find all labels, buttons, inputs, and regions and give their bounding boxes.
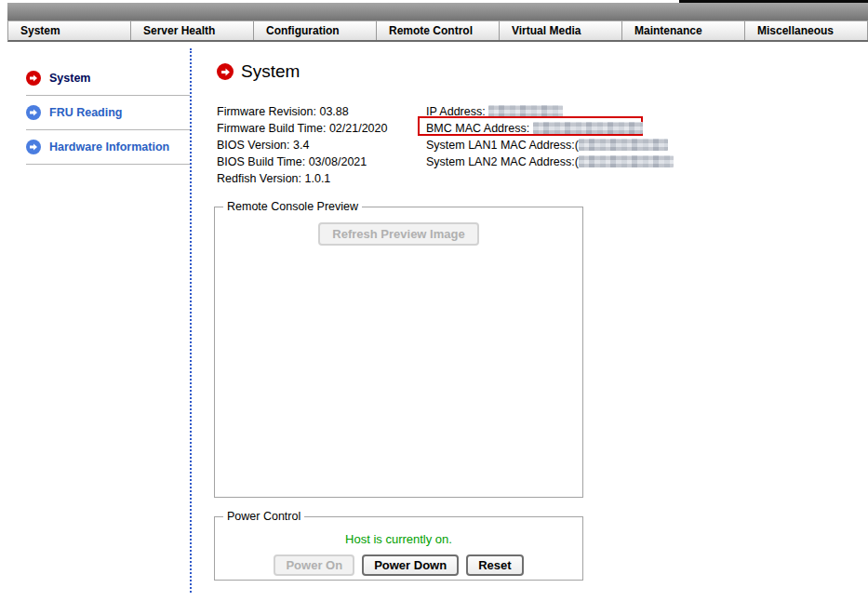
tab-configuration[interactable]: Configuration bbox=[254, 21, 377, 40]
arrow-right-circle-icon bbox=[26, 71, 41, 86]
redacted-ip-address-value bbox=[488, 105, 563, 117]
page-title-text: System bbox=[241, 61, 300, 82]
sidebar-item-label: Hardware Information bbox=[49, 140, 169, 154]
page-title: System bbox=[217, 61, 586, 82]
power-down-button[interactable]: Power Down bbox=[362, 554, 459, 576]
header-gradient-bar bbox=[7, 3, 868, 20]
tab-miscellaneous[interactable]: Miscellaneous bbox=[745, 21, 868, 40]
power-control-panel: Power Control Host is currently on. Powe… bbox=[214, 510, 583, 581]
arrow-right-circle-icon bbox=[217, 63, 234, 80]
tab-system[interactable]: System bbox=[8, 21, 131, 40]
ip-address-row: IP Address: bbox=[426, 103, 674, 120]
system-info: Firmware Revision: 03.88 Firmware Build … bbox=[217, 103, 586, 187]
sidebar-item-label: FRU Reading bbox=[49, 106, 122, 119]
remote-console-preview-legend: Remote Console Preview bbox=[223, 200, 362, 213]
bios-build-time-row: BIOS Build Time: 03/08/2021 bbox=[217, 154, 426, 170]
sidebar-item-hardware-information[interactable]: Hardware Information bbox=[26, 130, 190, 165]
arrow-right-circle-icon bbox=[26, 140, 41, 154]
tab-remote-control[interactable]: Remote Control bbox=[377, 21, 500, 40]
bios-version-row: BIOS Version: 3.4 bbox=[217, 137, 426, 154]
firmware-revision-row: Firmware Revision: 03.88 bbox=[217, 103, 426, 120]
system-info-right-column: IP Address: BMC MAC Address: System LAN1… bbox=[426, 103, 674, 187]
power-on-button: Power On bbox=[274, 554, 354, 576]
redacted-lan2-mac-value bbox=[579, 155, 674, 167]
sidebar: System FRU Reading Hardware Information bbox=[26, 61, 190, 165]
sidebar-content-divider bbox=[190, 48, 192, 593]
main-content: System Firmware Revision: 03.88 Firmware… bbox=[214, 61, 586, 581]
host-power-status-text: Host is currently on. bbox=[215, 532, 582, 546]
bmc-mac-address-row: BMC MAC Address: bbox=[426, 120, 674, 137]
sidebar-item-system[interactable]: System bbox=[26, 61, 190, 96]
tab-virtual-media[interactable]: Virtual Media bbox=[500, 21, 622, 40]
power-buttons-row: Power On Power Down Reset bbox=[215, 554, 582, 576]
redacted-lan1-mac-value bbox=[579, 139, 668, 151]
system-info-left-column: Firmware Revision: 03.88 Firmware Build … bbox=[217, 103, 426, 187]
refresh-preview-image-button: Refresh Preview Image bbox=[318, 222, 478, 246]
redacted-bmc-mac-value bbox=[533, 122, 643, 134]
tab-maintenance[interactable]: Maintenance bbox=[622, 21, 745, 40]
main-nav-tabs: System Server Health Configuration Remot… bbox=[7, 20, 868, 42]
system-lan2-mac-row: System LAN2 MAC Address:( bbox=[426, 154, 674, 170]
sidebar-item-label: System bbox=[49, 72, 90, 85]
firmware-build-time-row: Firmware Build Time: 02/21/2020 bbox=[217, 120, 426, 137]
sidebar-item-fru-reading[interactable]: FRU Reading bbox=[26, 96, 190, 130]
tab-server-health[interactable]: Server Health bbox=[131, 21, 254, 40]
arrow-right-circle-icon bbox=[26, 105, 41, 120]
system-lan1-mac-row: System LAN1 MAC Address:( bbox=[426, 137, 674, 154]
power-control-legend: Power Control bbox=[223, 510, 304, 523]
redfish-version-row: Redfish Version: 1.0.1 bbox=[217, 170, 426, 187]
remote-console-preview-panel: Remote Console Preview Refresh Preview I… bbox=[214, 200, 583, 498]
reset-button[interactable]: Reset bbox=[466, 554, 523, 576]
